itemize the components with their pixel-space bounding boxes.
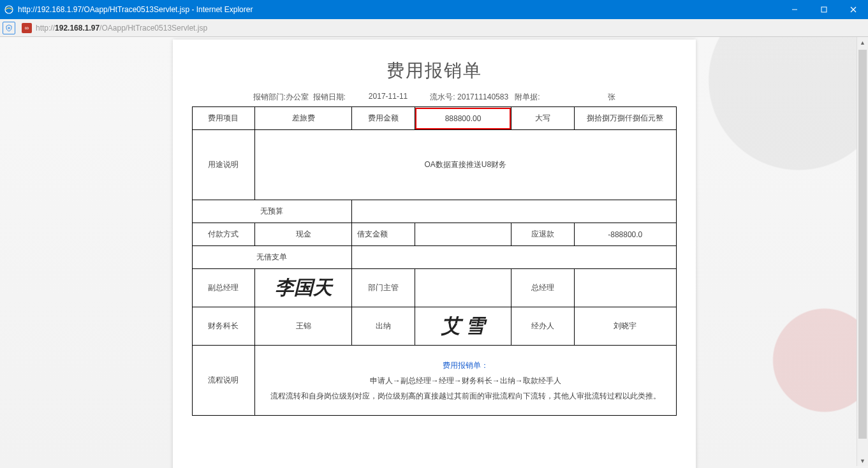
signature-cashier: 艾 雪: [441, 315, 485, 336]
cell-no-budget: 无预算: [192, 200, 351, 223]
url-host: 192.168.1.97: [55, 24, 99, 33]
meta-serial-label: 流水号:: [430, 92, 455, 101]
flow-line-2: 流程流转和自身岗位级别对应，岗位级别高的直接越过其前面的审批流程向下流转，其他人…: [258, 388, 673, 404]
browser-viewport: ▲ ▼ 费用报销单 报销部门:办公室 报销日期: 2017-11-11 流水号:…: [0, 37, 868, 468]
security-shield-icon[interactable]: [3, 22, 15, 34]
scrollbar-down-button[interactable]: ▼: [857, 455, 868, 466]
cell-vice-gm-label: 副总经理: [192, 269, 255, 307]
flow-line-1: 申请人→副总经理→经理→财务科长→出纳→取款经手人: [258, 373, 673, 388]
scrollbar-thumb[interactable]: [858, 50, 867, 439]
window-title: http://192.168.1.97/OAapp/HtTrace0513Ser…: [18, 5, 780, 14]
table-row: 用途说明 OA数据直接推送U8财务: [192, 130, 676, 200]
cell-chinese-caps-label: 大写: [511, 107, 575, 130]
window-close-button[interactable]: [839, 0, 868, 19]
signature-vice-gm: 李国天: [275, 277, 332, 298]
cell-finance-chief-sign: 王锦: [255, 307, 352, 346]
document-meta-row: 报销部门:办公室 报销日期: 2017-11-11 流水号: 201711140…: [192, 92, 677, 103]
window-titlebar: http://192.168.1.97/OAapp/HtTrace0513Ser…: [0, 0, 868, 19]
meta-serial-value: 201711140583: [457, 92, 508, 101]
cell-chinese-caps-value: 捌拾捌万捌仟捌佰元整: [575, 107, 676, 130]
document-page: 费用报销单 报销部门:办公室 报销日期: 2017-11-11 流水号: 201…: [173, 40, 696, 468]
cell-expense-item-label: 费用项目: [192, 107, 255, 130]
meta-date-label: 报销日期:: [313, 92, 346, 101]
cell-gm-label: 总经理: [511, 269, 575, 307]
cell-loan-amount-value: [415, 223, 511, 246]
cell-refund-value: -888800.0: [575, 223, 676, 246]
table-row: 付款方式 现金 借支金额 应退款 -888800.0: [192, 223, 676, 246]
cell-cashier-label: 出纳: [351, 307, 415, 346]
cell-handler-sign: 刘晓宇: [575, 307, 676, 346]
cell-flow-content: 费用报销单： 申请人→副总经理→经理→财务科长→出纳→取款经手人 流程流转和自身…: [255, 346, 676, 416]
cell-dept-head-label: 部门主管: [351, 269, 415, 307]
expense-form-table: 费用项目 差旅费 费用金额 888800.00 大写 捌拾捌万捌仟捌佰元整 用途…: [192, 106, 677, 416]
table-row: 费用项目 差旅费 费用金额 888800.00 大写 捌拾捌万捌仟捌佰元整: [192, 107, 676, 130]
table-row: 流程说明 费用报销单： 申请人→副总经理→经理→财务科长→出纳→取款经手人 流程…: [192, 346, 676, 416]
table-row: 副总经理 李国天 部门主管 总经理: [192, 269, 676, 307]
cell-refund-label: 应退款: [511, 223, 575, 246]
cell-flow-label: 流程说明: [192, 346, 255, 416]
table-row: 无预算: [192, 200, 676, 223]
url-display[interactable]: http://192.168.1.97/OAapp/HtTrace0513Ser…: [36, 24, 207, 33]
scrollbar-up-button[interactable]: ▲: [857, 37, 868, 48]
cell-purpose-label: 用途说明: [192, 130, 255, 200]
meta-date-value: 2017-11-11: [369, 92, 408, 103]
cell-no-loan: 无借支单: [192, 246, 351, 269]
cell-cashier-sign: 艾 雪: [415, 307, 511, 346]
table-row: 无借支单: [192, 246, 676, 269]
flow-title: 费用报销单：: [258, 358, 673, 373]
favicon-icon: ∞: [22, 23, 32, 33]
cell-amount-label: 费用金额: [351, 107, 415, 130]
cell-loan-amount-label: 借支金额: [351, 223, 415, 246]
url-prefix: http://: [36, 24, 55, 33]
cell-expense-item-value: 差旅费: [255, 107, 352, 130]
cell-dept-head-sign: [415, 269, 511, 307]
document-title: 费用报销单: [192, 59, 677, 83]
cell-pay-method-value: 现金: [255, 223, 352, 246]
cell-vice-gm-sign: 李国天: [255, 269, 352, 307]
url-path: /OAapp/HtTrace0513Servlet.jsp: [99, 24, 207, 33]
meta-attach-label: 附单据:: [515, 92, 540, 101]
cell-finance-chief-label: 财务科长: [192, 307, 255, 346]
svg-rect-2: [821, 7, 827, 12]
window-minimize-button[interactable]: [780, 0, 809, 19]
cell-pay-method-label: 付款方式: [192, 223, 255, 246]
address-bar: ∞ http://192.168.1.97/OAapp/HtTrace0513S…: [0, 19, 868, 37]
cell-handler-label: 经办人: [511, 307, 575, 346]
meta-attach-unit: 张: [608, 92, 615, 103]
table-row: 财务科长 王锦 出纳 艾 雪 经办人 刘晓宇: [192, 307, 676, 346]
cell-gm-sign: [575, 269, 676, 307]
ie-logo-icon: [4, 4, 14, 15]
cell-purpose-value: OA数据直接推送U8财务: [255, 130, 676, 200]
meta-dept: 报销部门:办公室: [253, 92, 309, 101]
cell-empty: [351, 200, 676, 223]
cell-amount-value: 888800.00: [415, 107, 511, 130]
window-maximize-button[interactable]: [809, 0, 839, 19]
cell-empty: [351, 246, 676, 269]
